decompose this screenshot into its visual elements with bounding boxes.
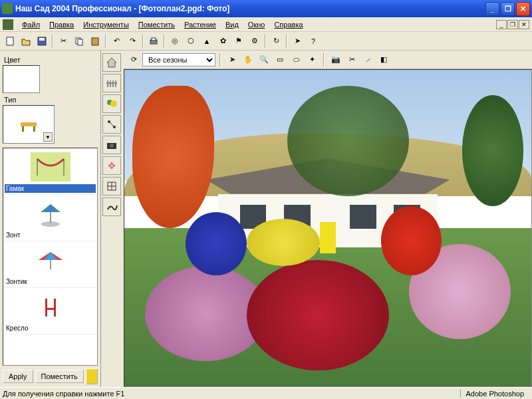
print-button[interactable] — [146, 34, 161, 49]
marquee-tool[interactable]: ▭ — [273, 53, 287, 67]
list-item[interactable]: Зонт — [3, 195, 97, 241]
menu-edit[interactable]: Правка — [45, 19, 78, 30]
menu-file[interactable]: Файл — [17, 19, 45, 30]
type-label: Тип — [4, 96, 98, 104]
tool-b-button[interactable]: ⬡ — [184, 34, 198, 49]
window-title: Наш Сад 2004 Профессионал - [Фотоплан2.p… — [15, 4, 485, 13]
close-button[interactable]: ✕ — [516, 2, 530, 16]
type-dropdown-arrow[interactable]: ▼ — [43, 132, 53, 142]
pointer-button[interactable]: ➤ — [290, 34, 305, 49]
refresh-button[interactable]: ⟳ — [126, 53, 141, 67]
svg-rect-7 — [152, 38, 156, 41]
separator — [142, 35, 144, 48]
tool-d-button[interactable]: ✿ — [215, 34, 230, 49]
menu-place[interactable]: Поместить — [134, 19, 180, 30]
hand-tool[interactable]: ✋ — [241, 53, 255, 67]
svg-rect-2 — [39, 38, 45, 41]
tool-e-button[interactable]: ⚑ — [231, 34, 246, 49]
flower-graphic — [247, 219, 320, 266]
flower-tool[interactable] — [102, 156, 121, 175]
menubar: Файл Правка Инструменты Поместить Растен… — [0, 17, 532, 32]
save-button[interactable] — [35, 34, 49, 49]
cut-button[interactable]: ✂ — [56, 34, 70, 49]
crop-tool[interactable]: ✂ — [344, 53, 359, 67]
place-button[interactable]: Поместить — [35, 370, 84, 383]
umbrella-icon — [29, 198, 72, 229]
menu-help[interactable]: Справка — [269, 19, 307, 30]
snapshot-tool[interactable]: 📷 — [329, 53, 343, 67]
tree-graphic — [132, 86, 213, 228]
mdi-minimize-button[interactable]: _ — [496, 20, 507, 29]
fence-tool[interactable] — [102, 74, 121, 92]
bench-icon — [15, 114, 42, 134]
separator — [286, 35, 287, 48]
separator — [52, 35, 53, 48]
open-button[interactable] — [19, 34, 33, 49]
select-arrow-tool[interactable]: ➤ — [225, 53, 239, 67]
new-button[interactable] — [3, 34, 17, 49]
menu-view[interactable]: Вид — [221, 19, 243, 30]
mdi-controls: _ ❐ ✕ — [496, 20, 529, 29]
svg-rect-21 — [54, 310, 56, 317]
bush-graphic — [247, 260, 389, 371]
svg-rect-11 — [31, 152, 70, 182]
levels-tool[interactable]: ◧ — [376, 53, 391, 67]
svg-rect-26 — [106, 82, 117, 84]
tool-a-button[interactable]: ◎ — [168, 34, 182, 49]
apply-button[interactable]: Apply — [3, 370, 33, 383]
document-icon — [3, 19, 13, 30]
plant-tool[interactable] — [102, 94, 121, 113]
list-item[interactable]: Зонтик — [3, 241, 97, 288]
toggle-button[interactable] — [86, 368, 98, 384]
separator — [105, 35, 106, 48]
item-label: Гамак — [5, 184, 96, 193]
main-toolbar: ✂ ↶ ↷ ◎ ⬡ ▲ ✿ ⚑ ⚙ ↻ ➤ ? — [0, 32, 532, 51]
color-label: Цвет — [4, 56, 98, 64]
tree-graphic — [287, 86, 410, 197]
undo-button[interactable]: ↶ — [109, 34, 124, 49]
rotate-button[interactable]: ↻ — [269, 34, 283, 49]
panel-buttons: Apply Поместить — [3, 368, 98, 384]
tool-c-button[interactable]: ▲ — [200, 34, 214, 49]
help-button[interactable]: ? — [306, 34, 321, 49]
minimize-button[interactable]: _ — [485, 2, 499, 16]
app-icon — [2, 3, 13, 14]
zoom-tool[interactable]: 🔍 — [257, 53, 271, 67]
color-swatch[interactable] — [3, 65, 40, 93]
status-app-text: Adobe Photoshop — [460, 390, 529, 398]
item-label: Кресло — [5, 324, 96, 332]
paste-button[interactable] — [88, 34, 102, 49]
flower-graphic — [186, 212, 247, 275]
maximize-button[interactable]: ❐ — [501, 2, 515, 16]
lasso-tool[interactable]: ⬭ — [289, 53, 303, 67]
item-label: Зонт — [5, 231, 96, 239]
design-viewport[interactable] — [124, 69, 532, 387]
menu-tools[interactable]: Инструменты — [78, 19, 134, 30]
svg-rect-0 — [7, 37, 13, 45]
redo-button[interactable]: ↷ — [125, 34, 140, 49]
menu-window[interactable]: Окно — [243, 19, 270, 30]
separator — [164, 35, 165, 48]
small-umbrella-icon — [29, 244, 72, 276]
item-list[interactable]: Гамак Зонт Зонтик Кресло — [3, 148, 98, 366]
type-selector[interactable]: ▼ — [3, 105, 55, 144]
svg-rect-9 — [22, 126, 24, 132]
wand-tool[interactable]: ✦ — [305, 53, 319, 67]
grid-tool[interactable] — [102, 177, 121, 196]
camera-tool[interactable] — [102, 136, 121, 154]
separator — [219, 53, 221, 66]
svg-point-28 — [110, 100, 117, 107]
draw-tool[interactable] — [102, 198, 121, 216]
season-dropdown[interactable]: Все сезоны — [142, 53, 215, 66]
eyedropper-tool[interactable]: ⟋ — [360, 53, 375, 67]
house-tool[interactable] — [102, 53, 121, 72]
list-item[interactable]: Кресло — [3, 288, 97, 334]
copy-button[interactable] — [72, 34, 86, 49]
mdi-close-button[interactable]: ✕ — [519, 20, 529, 29]
list-item[interactable]: Гамак — [3, 148, 97, 195]
mdi-restore-button[interactable]: ❐ — [507, 20, 518, 29]
connector-tool[interactable] — [102, 115, 121, 134]
left-panel: Цвет Тип ▼ Гамак Зонт Зонтик Кресло — [0, 51, 101, 387]
menu-plant[interactable]: Растение — [180, 19, 221, 30]
tool-f-button[interactable]: ⚙ — [247, 34, 262, 49]
